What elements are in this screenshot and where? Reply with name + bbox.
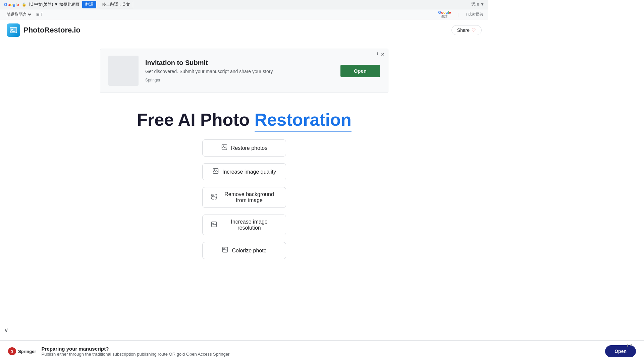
- restore-photos-icon: [221, 144, 228, 152]
- remove-background-label: Remove background from image: [221, 191, 278, 203]
- ad-close-button[interactable]: ✕: [381, 52, 385, 57]
- google-translate-logo: Google 翻譯: [438, 10, 451, 18]
- main-content: Free AI Photo Restoration Restore photos: [0, 100, 488, 266]
- translate-bar: Google 🔒 以 中文(繁體) ▼ 檢視此網頁 翻譯 停止翻譯：英文 選項 …: [0, 0, 488, 9]
- increase-quality-label: Increase image quality: [222, 169, 276, 175]
- ad-open-button[interactable]: Open: [340, 65, 380, 77]
- ad-info-icon[interactable]: ℹ: [377, 52, 378, 55]
- lock-icon: 🔒: [22, 2, 26, 7]
- increase-resolution-label: Increase image resolution: [221, 219, 278, 231]
- share-button[interactable]: Share ♡: [451, 25, 482, 35]
- ad-title: Invitation to Submit: [145, 59, 273, 67]
- colorize-icon: [222, 246, 228, 255]
- svg-rect-0: [10, 27, 17, 33]
- separator: |: [458, 12, 459, 17]
- increase-resolution-icon: [211, 221, 217, 229]
- translate-options-button[interactable]: 選項 ▼: [471, 2, 484, 7]
- top-ad-banner: ℹ ✕ Invitation to Submit Get discovered.…: [100, 49, 388, 93]
- source-text: 以 中文(繁體) ▼ 檢視此網頁: [29, 2, 79, 7]
- remove-background-icon: [211, 193, 217, 202]
- secondary-toolbar: 請選取語言 ⊞ Γ Google 翻譯 | ↓ 技術提供: [0, 9, 488, 19]
- stop-translate-button[interactable]: 停止翻譯：英文: [99, 1, 133, 8]
- translate-button[interactable]: 翻譯: [82, 1, 96, 8]
- icon-grid: ⊞ Γ: [36, 12, 43, 17]
- svg-point-1: [11, 29, 13, 30]
- restore-photos-button[interactable]: Restore photos: [202, 139, 286, 157]
- share-label: Share: [457, 27, 470, 33]
- hero-title-highlight: Restoration: [255, 110, 352, 129]
- ad-brand: Springer: [145, 78, 160, 82]
- increase-quality-button[interactable]: Increase image quality: [202, 163, 286, 180]
- remove-background-button[interactable]: Remove background from image: [202, 187, 286, 208]
- language-select[interactable]: 請選取語言: [5, 12, 32, 17]
- increase-quality-icon: [212, 168, 219, 176]
- logo-area: PhotoRestore.io: [7, 23, 80, 37]
- hero-title-part1: Free AI Photo: [137, 110, 255, 129]
- hero-title: Free AI Photo Restoration: [7, 110, 482, 129]
- colorize-button[interactable]: Colorize photo: [202, 242, 286, 259]
- restore-photos-label: Restore photos: [231, 145, 268, 151]
- action-buttons-list: Restore photos Increase image quality: [7, 139, 482, 259]
- tech-link[interactable]: ↓ 技術提供: [465, 12, 483, 17]
- site-logo-text: PhotoRestore.io: [23, 26, 80, 35]
- heart-icon: ♡: [472, 27, 476, 33]
- google-logo: Google: [4, 2, 19, 7]
- colorize-label: Colorize photo: [232, 248, 266, 254]
- ad-placeholder-image: [108, 56, 139, 86]
- page-header: PhotoRestore.io Share ♡: [0, 19, 488, 41]
- logo-icon: [7, 23, 20, 37]
- ad-content: Invitation to Submit Get discovered. Sub…: [145, 59, 273, 83]
- increase-resolution-button[interactable]: Increase image resolution: [202, 215, 286, 235]
- ad-description: Get discovered. Submit your manuscript a…: [145, 69, 273, 74]
